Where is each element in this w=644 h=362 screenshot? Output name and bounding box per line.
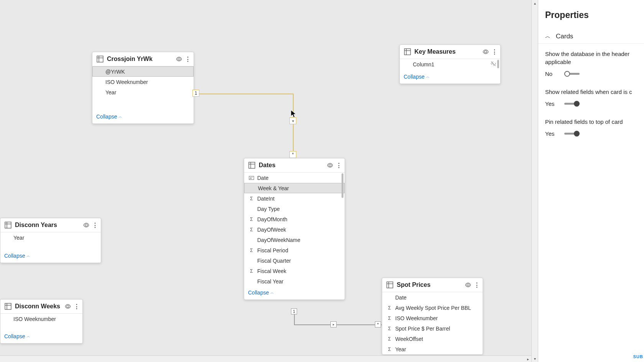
properties-pane: Properties ︿ Cards Show the database in … [538,0,644,362]
field-list: ISO Weeknumber [0,314,82,324]
table-header[interactable]: Crossjoin YrWk ⋮ [92,52,194,66]
table-spot-prices[interactable]: Spot Prices ⋮ Date ΣAvg Weekly Spot Pric… [382,278,483,355]
visibility-icon[interactable] [326,161,334,169]
sub-watermark: SUB [633,354,643,359]
field-fiscal-quarter[interactable]: Fiscal Quarter [244,255,345,266]
more-options-icon[interactable]: ⋮ [75,303,79,310]
svg-rect-6 [5,222,11,228]
more-options-icon[interactable]: ⋮ [93,221,97,229]
field-fiscal-period[interactable]: ΣFiscal Period [244,245,345,255]
field-year[interactable]: ΣYear [382,344,483,354]
property-show-related: Show related fields when card is c Yes [538,82,644,112]
table-crossjoin-yrwk[interactable]: Crossjoin YrWk ⋮ @YrWK ISO Weeknumber Ye… [92,52,194,124]
table-dates[interactable]: Dates ⋮ AᵀDate Week & Year ΣDateInt Day … [244,158,345,300]
field-dayofmonth[interactable]: ΣDayOfMonth [244,214,345,224]
field-iso-weeknumber[interactable]: ISO Weeknumber [92,77,194,87]
toggle-show-database[interactable] [564,71,580,77]
collapse-button[interactable]: Collapse︿ [92,110,194,123]
field-spot-price-barrel[interactable]: ΣSpot Price $ Per Barrel [382,323,483,334]
visibility-icon[interactable] [464,281,472,289]
relationship-line[interactable] [293,94,294,158]
more-options-icon[interactable]: ⋮ [475,281,479,289]
cardinality-one: 1 [192,90,199,97]
field-list: Date ΣAvg Weekly Spot Price Per BBL ΣISO… [382,292,483,354]
table-title: Disconn Weeks [15,303,61,310]
table-icon [404,48,411,56]
field-weekoffset[interactable]: ΣWeekOffset [382,334,483,344]
hidden-icon [490,61,496,68]
visibility-icon[interactable] [64,303,72,310]
svg-rect-0 [97,56,103,62]
table-key-measures[interactable]: Key Measures ⋮ Column1 Collapse︿ [399,44,501,84]
field-date[interactable]: Date [382,292,483,303]
table-header[interactable]: Disconn Years ⋮ [0,218,101,232]
field-year[interactable]: Year [92,87,194,97]
field-at-yrwk[interactable]: @YrWK [92,66,194,77]
collapse-button[interactable]: Collapse︿ [0,250,101,263]
sigma-icon: Σ [386,326,393,331]
scroll-thumb[interactable] [342,173,343,198]
relationship-line[interactable] [294,324,382,325]
field-iso-weeknumber[interactable]: ΣISO Weeknumber [382,313,483,323]
table-icon [96,55,104,63]
horizontal-scrollbar[interactable]: ▸ [0,355,531,362]
field-list: AᵀDate Week & Year ΣDateInt Day Type ΣDa… [244,173,345,286]
field-column1[interactable]: Column1 [400,59,500,69]
scroll-down-icon[interactable]: ▾ [532,355,538,362]
visibility-icon[interactable] [175,55,183,63]
field-week-year[interactable]: Week & Year [244,183,345,193]
toggle-show-related[interactable] [564,101,580,107]
field-day-type[interactable]: Day Type [244,204,345,214]
table-header[interactable]: Spot Prices ⋮ [382,278,483,292]
table-title: Spot Prices [397,281,461,288]
chevron-up-icon: ︿ [26,253,30,258]
filter-direction-icon: ▸ [330,321,337,327]
table-title: Key Measures [414,48,479,55]
visibility-icon[interactable] [482,48,490,56]
svg-rect-17 [387,282,393,288]
collapse-button[interactable]: Collapse︿ [0,330,82,343]
svg-text:Aᵀ: Aᵀ [250,176,253,179]
scroll-right-icon[interactable]: ▸ [525,356,531,362]
vertical-scrollbar[interactable]: ▴ ▾ [531,0,538,362]
scroll-up-icon[interactable]: ▴ [532,0,538,7]
scroll-thumb[interactable] [497,60,499,68]
model-canvas[interactable]: Crossjoin YrWk ⋮ @YrWK ISO Weeknumber Ye… [0,0,531,362]
field-iso-weeknumber[interactable]: ISO Weeknumber [0,314,82,324]
field-avg-weekly-spot[interactable]: ΣAvg Weekly Spot Price Per BBL [382,303,483,313]
more-options-icon[interactable]: ⋮ [493,48,496,56]
field-list: @YrWK ISO Weeknumber Year [92,66,194,97]
field-dayofweek[interactable]: ΣDayOfWeek [244,224,345,235]
text-type-icon: Aᵀ [248,175,255,181]
table-header[interactable]: Dates ⋮ [244,158,345,173]
field-dayofweekname[interactable]: DayOfWeekName [244,235,345,245]
field-dateint[interactable]: ΣDateInt [244,193,345,204]
table-disconn-years[interactable]: Disconn Years ⋮ Year Collapse︿ [0,218,101,263]
sigma-icon: Σ [248,268,255,274]
field-fiscal-week[interactable]: ΣFiscal Week [244,266,345,276]
field-list: Column1 [400,59,500,71]
table-icon [386,281,394,289]
collapse-button[interactable]: Collapse︿ [400,71,500,84]
table-header[interactable]: Key Measures ⋮ [400,45,500,59]
table-header[interactable]: Disconn Weeks ⋮ [0,299,82,314]
chevron-up-icon: ︿ [426,74,430,79]
more-options-icon[interactable]: ⋮ [186,55,190,63]
table-icon [248,161,256,169]
toggle-pin-related[interactable] [564,131,580,137]
section-cards[interactable]: ︿ Cards [538,30,644,43]
collapse-button[interactable]: Collapse︿ [244,286,345,299]
property-pin-related: Pin related fields to top of card Yes [538,112,644,142]
table-disconn-weeks[interactable]: Disconn Weeks ⋮ ISO Weeknumber Collapse︿ [0,299,83,344]
visibility-icon[interactable] [82,221,90,229]
relationship-line[interactable] [194,94,294,94]
filter-direction-icon: ▾ [289,117,296,124]
table-icon [4,303,12,310]
chevron-up-icon: ︿ [118,114,122,119]
field-year[interactable]: Year [0,232,101,243]
more-options-icon[interactable]: ⋮ [337,161,341,169]
field-date[interactable]: AᵀDate [244,173,345,183]
sigma-icon: Σ [386,305,393,311]
field-fiscal-year[interactable]: Fiscal Year [244,276,345,286]
cardinality-many: * [375,321,381,327]
